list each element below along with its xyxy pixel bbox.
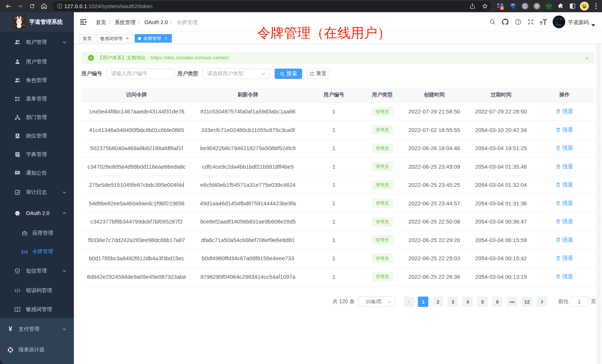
svg-text:9: 9 bbox=[501, 6, 503, 10]
